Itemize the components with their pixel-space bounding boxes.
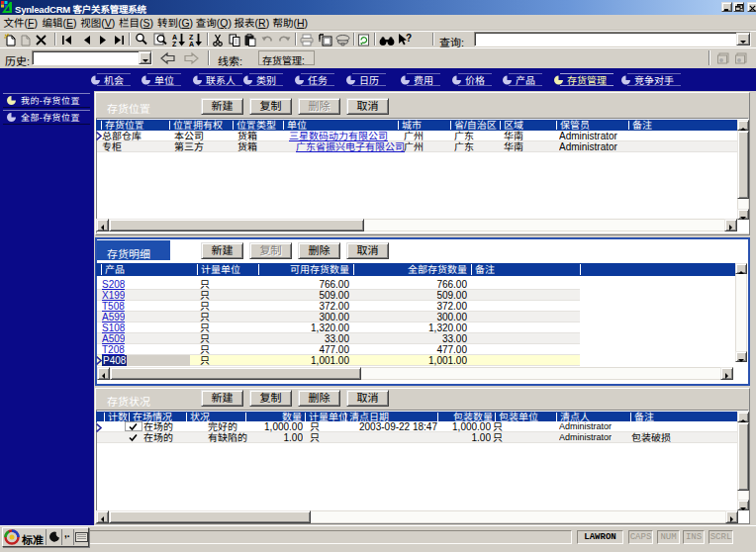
svg-text:A: A (172, 34, 177, 41)
svg-text:?: ? (406, 33, 412, 44)
svg-text:A: A (189, 41, 194, 47)
svg-text:Z: Z (172, 41, 177, 47)
svg-text:Z: Z (189, 34, 194, 41)
